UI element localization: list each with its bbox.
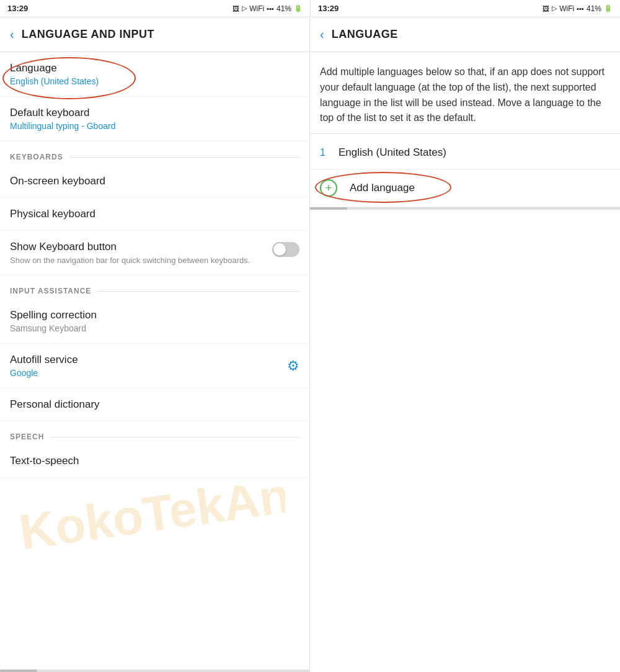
language-number: 1 — [320, 147, 339, 158]
input-assistance-section-header: INPUT ASSISTANCE — [0, 276, 309, 299]
keyboards-section-header: KEYBOARDS — [0, 141, 309, 165]
wifi-icon: WiFi — [249, 4, 264, 13]
default-keyboard-title: Default keyboard — [10, 107, 299, 119]
spelling-correction-subtitle: Samsung Keyboard — [10, 323, 299, 333]
right-scroll-bar — [310, 207, 620, 210]
left-panel-title: LANGUAGE AND INPUT — [22, 28, 154, 41]
gear-icon[interactable]: ⚙ — [287, 358, 299, 374]
speech-section-header: SPEECH — [0, 421, 309, 445]
left-scroll-thumb — [0, 670, 37, 672]
left-panel: ‹ LANGUAGE AND INPUT Language English (U… — [0, 17, 310, 672]
physical-keyboard-title: Physical keyboard — [10, 208, 299, 220]
signal-icon: ▪▪▪ — [267, 5, 274, 12]
right-status-bar: 13:29 🖼 ▷ WiFi ▪▪▪ 41% 🔋 — [310, 0, 620, 17]
physical-keyboard-item[interactable]: Physical keyboard — [0, 198, 309, 231]
right-panel: ‹ LANGUAGE Add multiple languages below … — [310, 17, 620, 672]
personal-dictionary-item[interactable]: Personal dictionary — [0, 388, 309, 421]
battery-icon-left: 🔋 — [294, 4, 303, 12]
left-back-button[interactable]: ‹ — [10, 27, 14, 42]
add-language-label: Add language — [350, 182, 415, 194]
keyboards-section-divider — [69, 157, 299, 158]
personal-dictionary-title: Personal dictionary — [10, 398, 299, 411]
onscreen-keyboard-item[interactable]: On-screen keyboard — [0, 165, 309, 198]
cast-icon-right: ▷ — [552, 4, 557, 12]
notification-icon: 🖼 — [232, 5, 239, 12]
english-us-item[interactable]: 1 English (United States) — [310, 137, 620, 169]
plus-circle-icon: + — [320, 179, 337, 197]
toggle-knob — [273, 243, 286, 256]
default-keyboard-item[interactable]: Default keyboard Multilingual typing - G… — [0, 97, 309, 141]
language-list: 1 English (United States) + Add language — [310, 134, 620, 207]
language-name: English (United States) — [339, 146, 446, 159]
input-assistance-divider — [97, 291, 299, 292]
show-keyboard-text: Show Keyboard button Show on the navigat… — [10, 241, 272, 265]
right-back-button[interactable]: ‹ — [320, 27, 324, 42]
battery-left: 41% — [277, 4, 291, 13]
add-language-item[interactable]: + Add language — [310, 169, 620, 207]
right-panel-title: LANGUAGE — [332, 28, 398, 41]
left-status-icons: 🖼 ▷ WiFi ▪▪▪ 41% 🔋 — [232, 4, 303, 13]
wifi-icon-right: WiFi — [559, 4, 574, 13]
show-keyboard-subtitle: Show on the navigation bar for quick swi… — [10, 256, 265, 265]
keyboards-section-label: KEYBOARDS — [10, 153, 63, 161]
right-scroll-thumb — [310, 207, 347, 210]
autofill-subtitle: Google — [10, 368, 287, 378]
spelling-correction-item[interactable]: Spelling correction Samsung Keyboard — [0, 299, 309, 344]
text-to-speech-title: Text-to-speech — [10, 455, 299, 467]
left-status-bar: 13:29 🖼 ▷ WiFi ▪▪▪ 41% 🔋 — [0, 0, 310, 17]
input-assistance-label: INPUT ASSISTANCE — [10, 287, 91, 295]
speech-section-divider — [50, 437, 299, 437]
speech-section-label: SPEECH — [10, 432, 44, 441]
text-to-speech-item[interactable]: Text-to-speech — [0, 445, 309, 478]
language-description: Add multiple languages below so that, if… — [310, 52, 620, 134]
autofill-service-item[interactable]: Autofill service Google ⚙ — [0, 344, 309, 388]
language-title: Language — [10, 62, 299, 74]
spelling-correction-title: Spelling correction — [10, 309, 299, 321]
autofill-title: Autofill service — [10, 354, 287, 366]
language-subtitle: English (United States) — [10, 76, 299, 86]
onscreen-keyboard-title: On-screen keyboard — [10, 175, 299, 187]
show-keyboard-title: Show Keyboard button — [10, 241, 265, 253]
notification-icon-right: 🖼 — [542, 5, 549, 12]
default-keyboard-subtitle: Multilingual typing - Gboard — [10, 121, 299, 131]
right-status-time: 13:29 — [318, 4, 339, 13]
left-status-time: 13:29 — [7, 4, 28, 13]
plus-icon: + — [326, 182, 332, 194]
signal-icon-right: ▪▪▪ — [577, 5, 584, 12]
cast-icon: ▷ — [242, 4, 247, 12]
battery-right: 41% — [587, 4, 601, 13]
right-panel-header: ‹ LANGUAGE — [310, 17, 620, 52]
language-item[interactable]: Language English (United States) — [0, 52, 309, 97]
show-keyboard-button-item: Show Keyboard button Show on the navigat… — [0, 231, 309, 276]
show-keyboard-toggle[interactable] — [272, 242, 299, 257]
battery-icon-right: 🔋 — [604, 4, 613, 12]
left-settings-list: Language English (United States) Default… — [0, 52, 309, 670]
autofill-text: Autofill service Google — [10, 354, 287, 378]
left-scroll-bar — [0, 670, 309, 672]
right-status-icons: 🖼 ▷ WiFi ▪▪▪ 41% 🔋 — [542, 4, 613, 13]
left-panel-header: ‹ LANGUAGE AND INPUT — [0, 17, 309, 52]
